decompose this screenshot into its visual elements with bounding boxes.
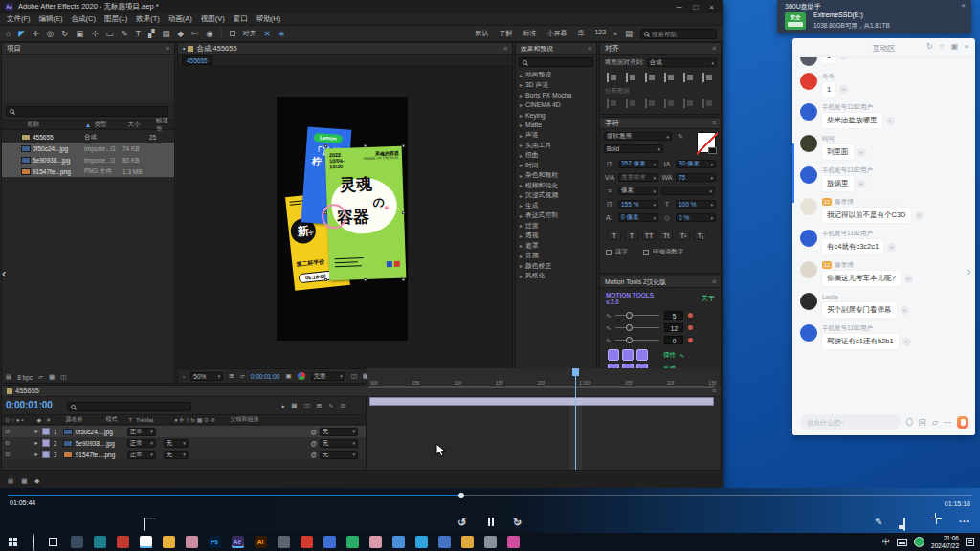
- taskbar-app-icon[interactable]: [346, 536, 359, 548]
- twirl-icon[interactable]: ▸: [520, 92, 523, 99]
- pin-icon[interactable]: ☆: [939, 42, 946, 51]
- brush-tool-icon[interactable]: ▞: [148, 30, 155, 38]
- composition-canvas[interactable]: 新 ✛ 第二杯半价 06.18-22 Lemon 「冰鲜 柠: [277, 97, 408, 341]
- taskbar-app-icon[interactable]: [369, 536, 382, 548]
- layer-name[interactable]: 5e90938....jpg: [76, 440, 127, 447]
- effect-category[interactable]: ▸ 生成: [516, 201, 596, 211]
- slider-value[interactable]: 0: [664, 336, 683, 344]
- selection-handle[interactable]: [402, 144, 405, 147]
- chat-collapse-right-icon[interactable]: ›: [967, 264, 970, 278]
- selection-handle[interactable]: [402, 211, 405, 214]
- type-style-button[interactable]: T: [625, 231, 638, 240]
- pickwhip-icon[interactable]: @: [310, 452, 317, 458]
- poster-green-layer[interactable]: 2022 10/04- 10/30 灵魂的容器 VESSEL OF THE SO…: [325, 146, 407, 281]
- menu-item[interactable]: 文件(F): [7, 14, 31, 24]
- font-family-select[interactable]: 微软雅黑▾: [604, 132, 672, 141]
- chat-message[interactable]: 呵呵 到里面 +: [800, 135, 968, 160]
- comp-crumb[interactable]: 455655: [182, 55, 212, 65]
- effect-category[interactable]: ▸ 模糊和锐化: [516, 181, 596, 191]
- current-time-indicator[interactable]: [575, 368, 576, 470]
- project-row[interactable]: 91547fe...png PNG 文件 1.3 MB: [2, 165, 174, 177]
- ask-label[interactable]: 问: [919, 417, 926, 428]
- twirl-icon[interactable]: ▸: [520, 273, 523, 279]
- hindi-digits-checkbox[interactable]: [643, 250, 649, 255]
- chat-message[interactable]: 手机尾号1182用户 放锅里 +: [800, 166, 968, 191]
- user-name[interactable]: 手机尾号1182用户: [822, 230, 873, 238]
- effect-category[interactable]: ▸ Matte: [516, 121, 596, 131]
- keyframe-dot-icon[interactable]: [688, 338, 693, 342]
- resolution-select[interactable]: 完整▾: [311, 372, 345, 381]
- label-color-chip[interactable]: [42, 451, 50, 458]
- user-name[interactable]: 呵呵: [822, 135, 835, 143]
- eraser-tool-icon[interactable]: ◆: [177, 30, 184, 38]
- message-emoji-icon[interactable]: +: [901, 306, 909, 315]
- draft-3d-icon[interactable]: ▦: [291, 402, 297, 409]
- seek-bar[interactable]: [8, 495, 972, 496]
- effect-category[interactable]: ▸ 杂色和颗粒: [516, 170, 596, 181]
- shape-tool-icon[interactable]: ▭: [106, 30, 114, 38]
- workspace-tab[interactable]: 默认: [475, 29, 488, 38]
- title-bar[interactable]: Ae Adobe After Effects 2020 - 无标题项目.aep …: [0, 0, 723, 13]
- taskbar-app-icon[interactable]: [186, 536, 198, 548]
- new-composition-icon[interactable]: ▦: [49, 373, 55, 381]
- slider-knob[interactable]: [626, 324, 633, 331]
- message-emoji-icon[interactable]: +: [887, 243, 896, 252]
- motion-blur-icon[interactable]: ∗: [278, 30, 285, 38]
- tracking-select[interactable]: 75▾: [676, 173, 716, 182]
- easing-cell[interactable]: [608, 349, 619, 361]
- help-search[interactable]: [640, 29, 717, 39]
- twirl-icon[interactable]: ▸: [520, 162, 523, 168]
- twirl-icon[interactable]: ▸: [520, 253, 523, 259]
- help-search-input[interactable]: [652, 31, 713, 37]
- taskbar-app-icon[interactable]: [392, 536, 405, 548]
- vertical-scale-select[interactable]: 155 %▾: [618, 200, 658, 209]
- avatar[interactable]: [800, 135, 817, 152]
- twirl-icon[interactable]: ▸: [520, 192, 523, 199]
- pause-button[interactable]: [488, 518, 494, 526]
- user-name[interactable]: 奇奇: [822, 73, 835, 81]
- align-hcenter-icon[interactable]: [625, 73, 637, 82]
- label-color-chip[interactable]: [42, 439, 50, 447]
- danmaku-icon[interactable]: [144, 519, 145, 530]
- eye-icon[interactable]: ⊙: [5, 451, 10, 458]
- avatar[interactable]: [800, 166, 817, 184]
- ime-indicator[interactable]: 中: [882, 537, 890, 547]
- motion-tools-tab[interactable]: Motion Tools 2汉化版≡: [600, 276, 721, 288]
- font-style-select[interactable]: Bold▾: [604, 144, 663, 153]
- taskbar-app-icon[interactable]: [507, 536, 520, 548]
- user-name[interactable]: 手机尾号1182用户: [822, 166, 873, 175]
- timeline-search-input[interactable]: [78, 404, 140, 410]
- always-preview-icon[interactable]: ▫: [183, 373, 185, 380]
- viewer-timecode[interactable]: 0:00:01:00: [251, 373, 280, 380]
- taskbar-app-icon[interactable]: [415, 536, 428, 548]
- twirl-icon[interactable]: ▸: [520, 202, 523, 209]
- parent-select[interactable]: 无▾: [320, 428, 358, 436]
- menu-item[interactable]: 动画(A): [168, 14, 192, 24]
- baseline-shift-select[interactable]: 0 像素▾: [618, 213, 658, 222]
- taskbar-app-icon[interactable]: [71, 536, 83, 548]
- chat-message[interactable]: 奇奇 1 +: [800, 73, 968, 97]
- chat-message[interactable]: 12 晋孝博 你搁这儿考车本儿呢? +: [800, 261, 968, 286]
- timeline-track-area[interactable]: 00f05f10f15f20f1:00f05f10f15f: [366, 397, 720, 470]
- work-area-bar[interactable]: [368, 386, 714, 388]
- close-button[interactable]: ×: [709, 3, 714, 11]
- toggle-icon[interactable]: ▤: [8, 477, 13, 485]
- workspace-tab[interactable]: 小屏幕: [546, 29, 567, 38]
- more-workspaces-icon[interactable]: »: [613, 31, 617, 37]
- avatar[interactable]: [800, 261, 817, 278]
- effect-category[interactable]: ▸ 风格化: [516, 271, 596, 281]
- type-style-button[interactable]: Tt: [659, 231, 673, 240]
- avatar[interactable]: [800, 103, 817, 121]
- effects-panel-tab[interactable]: 效果和预设≡: [516, 43, 596, 55]
- slider-track[interactable]: [615, 327, 659, 328]
- twirl-icon[interactable]: ▸: [520, 112, 523, 119]
- message-emoji-icon[interactable]: +: [858, 148, 866, 157]
- kerning-select[interactable]: 度量标准▾: [618, 173, 658, 182]
- keyframe-dot-icon[interactable]: [688, 313, 693, 318]
- popout-icon[interactable]: ▣: [951, 42, 959, 51]
- roi-icon[interactable]: ◫: [351, 372, 357, 380]
- easing-cell[interactable]: [622, 349, 634, 361]
- user-name[interactable]: 手机尾号1182用户: [822, 103, 873, 112]
- about-button[interactable]: 关于: [702, 294, 715, 303]
- ligatures-checkbox[interactable]: [606, 250, 612, 255]
